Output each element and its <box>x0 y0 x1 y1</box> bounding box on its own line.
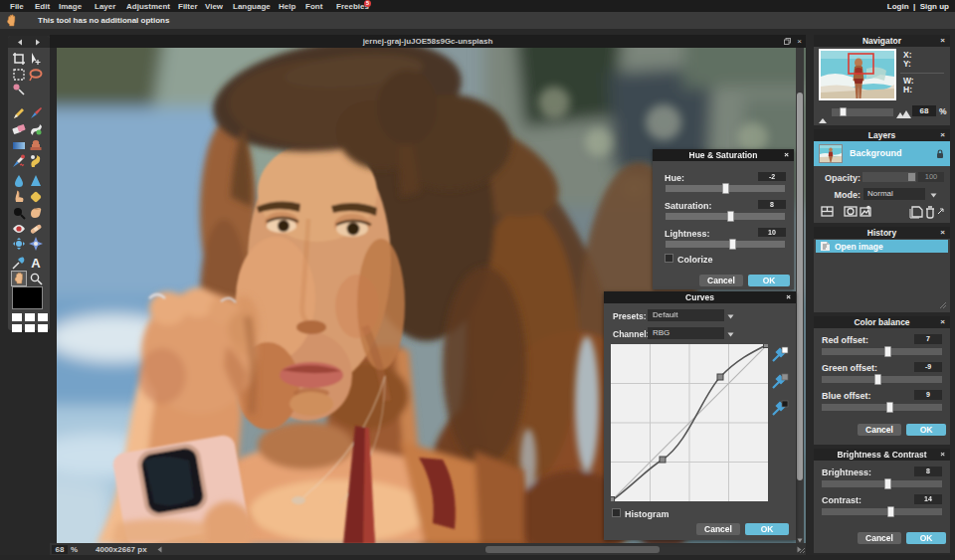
svg-text:A: A <box>31 256 41 270</box>
